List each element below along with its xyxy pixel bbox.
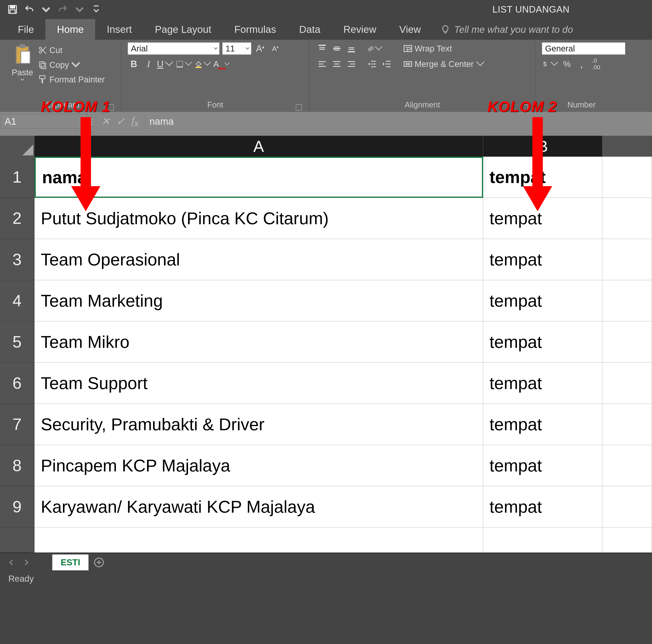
cell[interactable] [602, 528, 652, 553]
underline-button[interactable]: U [157, 58, 173, 70]
column-header-a[interactable]: A [34, 136, 483, 157]
clipboard-dialog-launcher[interactable] [108, 104, 114, 111]
undo-dropdown-icon[interactable] [40, 3, 52, 16]
italic-button[interactable]: I [142, 58, 155, 70]
cell[interactable] [34, 528, 483, 553]
copy-button[interactable]: Copy [38, 59, 105, 71]
row-header[interactable]: 8 [0, 445, 34, 486]
cut-button[interactable]: Cut [38, 44, 105, 56]
tab-insert[interactable]: Insert [95, 19, 143, 40]
tell-me-search[interactable]: Tell me what you want to do [432, 19, 581, 40]
row-header[interactable]: 9 [0, 486, 34, 528]
cell[interactable]: tempat [483, 404, 602, 445]
row-header[interactable] [0, 528, 34, 553]
cancel-formula-button[interactable]: ✕ [101, 115, 110, 127]
increase-indent-button[interactable] [381, 58, 393, 70]
comma-format-button[interactable]: , [575, 58, 588, 70]
increase-decimal-button[interactable]: .0.00 [590, 58, 602, 70]
enter-formula-button[interactable]: ✓ [116, 115, 125, 127]
cell[interactable]: Putut Sudjatmoko (Pinca KC Citarum) [34, 198, 483, 239]
cell[interactable]: Karyawan/ Karyawati KCP Majalaya [34, 486, 483, 528]
sheet-nav-prev[interactable] [6, 557, 17, 568]
cell[interactable] [602, 198, 652, 239]
row-header[interactable]: 4 [0, 280, 34, 321]
row-header[interactable]: 3 [0, 239, 34, 280]
decrease-indent-button[interactable] [366, 58, 379, 70]
save-button[interactable] [6, 3, 19, 16]
align-center-button[interactable] [330, 58, 343, 70]
cell[interactable]: Team Support [34, 363, 483, 404]
cell[interactable] [602, 321, 652, 363]
accounting-format-button[interactable]: $ [542, 58, 559, 70]
redo-dropdown-icon[interactable] [73, 3, 86, 16]
align-top-button[interactable] [316, 42, 328, 55]
align-right-button[interactable] [345, 58, 358, 70]
format-painter-button[interactable]: Format Painter [38, 73, 105, 86]
undo-button[interactable] [23, 3, 35, 16]
name-box[interactable]: A1 [0, 114, 88, 129]
namebox-dropdown[interactable]: ⋮ [88, 114, 95, 129]
row-header[interactable]: 2 [0, 198, 34, 239]
align-bottom-button[interactable] [345, 42, 358, 55]
cell[interactable]: nama [34, 157, 483, 198]
cell[interactable]: Team Mikro [34, 321, 483, 363]
cell[interactable]: tempat [483, 321, 602, 363]
qat-customize-icon[interactable] [90, 3, 103, 16]
bold-button[interactable]: B [128, 58, 140, 70]
wrap-text-button[interactable]: Wrap Text [403, 42, 491, 55]
fill-color-button[interactable] [194, 58, 211, 70]
insert-function-button[interactable]: fx [131, 114, 139, 128]
font-name-combo[interactable]: Arial [128, 42, 220, 55]
percent-format-button[interactable]: % [561, 58, 573, 70]
font-dialog-launcher[interactable] [296, 104, 302, 111]
cell[interactable]: tempat [483, 239, 602, 280]
cell[interactable]: tempat [483, 363, 602, 404]
cell[interactable] [602, 280, 652, 321]
tab-review[interactable]: Review [332, 19, 388, 40]
cell[interactable]: tempat [483, 157, 602, 198]
borders-button[interactable] [176, 58, 192, 70]
cell[interactable]: Team Operasional [34, 239, 483, 280]
tab-data[interactable]: Data [288, 19, 332, 40]
cell[interactable] [602, 445, 652, 486]
cell[interactable]: tempat [483, 486, 602, 528]
redo-button[interactable] [56, 3, 69, 16]
increase-font-button[interactable]: A▴ [254, 42, 267, 55]
sheet-nav-next[interactable] [21, 557, 31, 568]
row-header[interactable]: 5 [0, 321, 34, 363]
cell[interactable] [602, 404, 652, 445]
align-middle-button[interactable] [330, 42, 343, 55]
font-color-button[interactable]: A [213, 58, 230, 70]
cell[interactable] [602, 486, 652, 528]
row-header[interactable]: 7 [0, 404, 34, 445]
cell[interactable] [602, 157, 652, 198]
cell[interactable]: tempat [483, 280, 602, 321]
cell[interactable]: Pincapem KCP Majalaya [34, 445, 483, 486]
select-all-button[interactable] [0, 136, 34, 157]
decrease-font-button[interactable]: A▾ [269, 42, 281, 55]
paste-button[interactable]: Paste [10, 42, 34, 82]
new-sheet-button[interactable] [93, 556, 105, 569]
number-format-combo[interactable]: General [542, 42, 625, 55]
column-header-b[interactable]: B [483, 136, 602, 157]
tab-home[interactable]: Home [46, 19, 95, 40]
alignment-dialog-launcher[interactable] [522, 104, 528, 111]
cell[interactable]: Security, Pramubakti & Driver [34, 404, 483, 445]
tab-formulas[interactable]: Formulas [223, 19, 288, 40]
row-header[interactable]: 6 [0, 363, 34, 404]
cell[interactable] [602, 239, 652, 280]
font-size-combo[interactable]: 11 [222, 42, 251, 55]
column-header-c[interactable] [602, 136, 652, 157]
row-header[interactable]: 1 [0, 157, 34, 198]
tab-file[interactable]: File [6, 19, 46, 40]
orientation-button[interactable]: ab [366, 42, 383, 55]
formula-input[interactable]: nama [145, 114, 652, 129]
cell[interactable]: tempat [483, 445, 602, 486]
sheet-tab-active[interactable]: ESTI [52, 555, 88, 570]
merge-center-button[interactable]: Merge & Center [403, 58, 504, 70]
tab-page-layout[interactable]: Page Layout [143, 19, 223, 40]
align-left-button[interactable] [316, 58, 328, 70]
cell[interactable] [483, 528, 602, 553]
cell[interactable]: tempat [483, 198, 602, 239]
cell[interactable]: Team Marketing [34, 280, 483, 321]
